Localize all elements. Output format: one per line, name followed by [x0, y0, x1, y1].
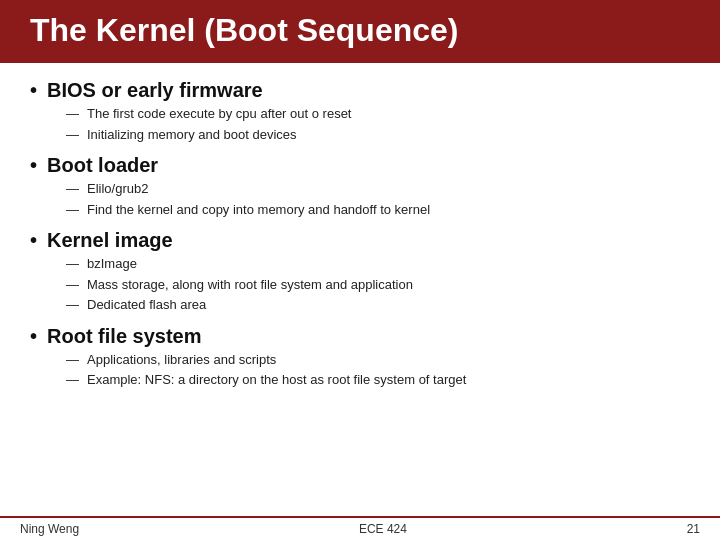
sub-bullet: —Dedicated flash area: [66, 295, 690, 315]
bullet-dot: •: [30, 325, 37, 348]
main-bullet-bootloader: •Boot loader: [30, 154, 690, 177]
sub-bullet-text: Find the kernel and copy into memory and…: [87, 200, 430, 220]
sub-bullet: —Mass storage, along with root file syst…: [66, 275, 690, 295]
bullet-section-kernel-image: •Kernel image—bzImage—Mass storage, alon…: [30, 229, 690, 315]
sub-dash: —: [66, 350, 79, 370]
sub-bullet-text: bzImage: [87, 254, 137, 274]
main-bullet-bios: •BIOS or early firmware: [30, 79, 690, 102]
sub-bullet-text: Mass storage, along with root file syste…: [87, 275, 413, 295]
sub-dash: —: [66, 104, 79, 124]
bullet-label: BIOS or early firmware: [47, 79, 263, 102]
sub-dash: —: [66, 125, 79, 145]
bullet-section-bootloader: •Boot loader—Elilo/grub2—Find the kernel…: [30, 154, 690, 219]
sub-dash: —: [66, 179, 79, 199]
slide-title: The Kernel (Boot Sequence): [30, 12, 690, 49]
bullet-dot: •: [30, 229, 37, 252]
main-bullet-kernel-image: •Kernel image: [30, 229, 690, 252]
sub-bullet-text: Dedicated flash area: [87, 295, 206, 315]
sub-dash: —: [66, 254, 79, 274]
sub-bullets-bios: —The first code execute by cpu after out…: [66, 104, 690, 144]
sub-bullets-rootfs: —Applications, libraries and scripts—Exa…: [66, 350, 690, 390]
bullet-section-rootfs: •Root file system—Applications, librarie…: [30, 325, 690, 390]
bullet-label: Boot loader: [47, 154, 158, 177]
sub-bullets-bootloader: —Elilo/grub2—Find the kernel and copy in…: [66, 179, 690, 219]
sub-dash: —: [66, 295, 79, 315]
sub-bullet: —The first code execute by cpu after out…: [66, 104, 690, 124]
bullet-label: Root file system: [47, 325, 201, 348]
sub-dash: —: [66, 275, 79, 295]
sub-bullet: —Applications, libraries and scripts: [66, 350, 690, 370]
footer-left: Ning Weng: [20, 522, 79, 536]
main-bullet-rootfs: •Root file system: [30, 325, 690, 348]
footer-center: ECE 424: [359, 522, 407, 536]
sub-bullet: —Find the kernel and copy into memory an…: [66, 200, 690, 220]
sub-dash: —: [66, 370, 79, 390]
bullet-label: Kernel image: [47, 229, 173, 252]
slide-content: •BIOS or early firmware—The first code e…: [0, 63, 720, 516]
sub-bullet-text: Applications, libraries and scripts: [87, 350, 276, 370]
sub-bullet: —Example: NFS: a directory on the host a…: [66, 370, 690, 390]
sub-bullet: —bzImage: [66, 254, 690, 274]
sub-bullet-text: Example: NFS: a directory on the host as…: [87, 370, 466, 390]
sub-bullet: —Initializing memory and boot devices: [66, 125, 690, 145]
sub-bullets-kernel-image: —bzImage—Mass storage, along with root f…: [66, 254, 690, 315]
sub-bullet-text: The first code execute by cpu after out …: [87, 104, 351, 124]
footer-right: 21: [687, 522, 700, 536]
title-bar: The Kernel (Boot Sequence): [0, 0, 720, 63]
slide: The Kernel (Boot Sequence) •BIOS or earl…: [0, 0, 720, 540]
bullet-dot: •: [30, 79, 37, 102]
sub-bullet-text: Initializing memory and boot devices: [87, 125, 297, 145]
sub-bullet-text: Elilo/grub2: [87, 179, 148, 199]
slide-footer: Ning Weng ECE 424 21: [0, 516, 720, 540]
bullet-section-bios: •BIOS or early firmware—The first code e…: [30, 79, 690, 144]
sub-bullet: —Elilo/grub2: [66, 179, 690, 199]
bullet-dot: •: [30, 154, 37, 177]
sub-dash: —: [66, 200, 79, 220]
